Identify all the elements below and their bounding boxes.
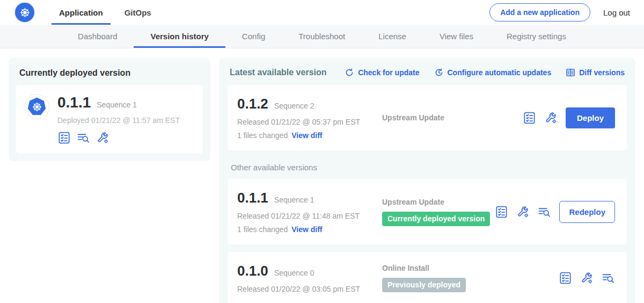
- version-card-0-1-0: 0.1.0 Sequence 0 Released 01/20/22 @ 03:…: [228, 252, 627, 303]
- deployed-version-info: 0.1.1 Sequence 1 Deployed 01/21/22 @ 11:…: [57, 94, 180, 145]
- files-changed-label: 1 files changed: [237, 131, 288, 140]
- version-actions: Check for update Configure automatic upd…: [345, 68, 625, 77]
- tab-version-history[interactable]: Version history: [134, 25, 225, 48]
- files-changed-label: 1 files changed: [237, 225, 288, 234]
- source-label: Upstream Update: [382, 113, 523, 122]
- scheduled-update-icon: [434, 68, 444, 77]
- sequence-label: Sequence 1: [274, 196, 314, 204]
- released-timestamp: Released 01/21/22 @ 05:37 pm EST: [237, 118, 371, 126]
- helm-wheel-icon: [18, 6, 32, 19]
- tab-gitops[interactable]: GitOps: [117, 0, 159, 25]
- latest-version-title: Latest available version: [230, 68, 327, 77]
- currently-deployed-badge: Currently deployed version: [382, 212, 490, 226]
- version-info: 0.1.0 Sequence 0 Released 01/20/22 @ 03:…: [237, 263, 371, 293]
- tab-troubleshoot[interactable]: Troubleshoot: [282, 25, 362, 48]
- version-number: 0.1.2: [237, 96, 268, 112]
- view-diff-link[interactable]: View diff: [291, 131, 322, 140]
- edit-config-icon[interactable]: [96, 131, 109, 145]
- diff-versions-link[interactable]: Diff versions: [566, 68, 625, 77]
- deploy-button[interactable]: Deploy: [566, 107, 615, 128]
- currently-deployed-title: Currently deployed version: [19, 68, 200, 78]
- topnav-right: Add a new application Log out: [489, 3, 630, 21]
- source-label: Online Install: [382, 264, 559, 272]
- version-card-0-1-2: 0.1.2 Sequence 2 Released 01/21/22 @ 05:…: [228, 85, 627, 150]
- redeploy-button[interactable]: Redeploy: [559, 201, 615, 223]
- logout-link[interactable]: Log out: [603, 8, 630, 17]
- top-nav: Application GitOps Add a new application…: [0, 0, 644, 25]
- view-logs-icon[interactable]: [538, 205, 551, 219]
- other-versions-title: Other available versions: [231, 163, 624, 172]
- main-content: Currently deployed version: [0, 48, 644, 303]
- released-timestamp: Released 01/20/22 @ 03:05 pm EST: [237, 285, 371, 293]
- view-logs-icon[interactable]: [602, 271, 615, 285]
- version-card-actions: Deploy: [523, 107, 617, 128]
- sequence-label: Sequence 2: [274, 102, 314, 110]
- version-number: 0.1.0: [237, 263, 268, 279]
- tab-dashboard[interactable]: Dashboard: [61, 25, 134, 48]
- version-card-actions: Redeploy: [495, 201, 617, 223]
- tab-license[interactable]: License: [362, 25, 423, 48]
- previously-deployed-badge: Previously deployed: [382, 278, 466, 292]
- deployed-timestamp: Deployed 01/21/22 @ 11:57 am EST: [57, 116, 180, 125]
- refresh-icon: [345, 68, 354, 77]
- version-history-panel: Latest available version Check for updat…: [219, 58, 635, 303]
- kubernetes-logo[interactable]: [15, 3, 34, 22]
- edit-config-icon[interactable]: [580, 271, 594, 285]
- deployed-version-card: 0.1.1 Sequence 1 Deployed 01/21/22 @ 11:…: [16, 85, 203, 154]
- add-application-button[interactable]: Add a new application: [489, 3, 590, 21]
- configure-automatic-updates-link[interactable]: Configure automatic updates: [434, 68, 552, 77]
- view-diff-link[interactable]: View diff: [291, 225, 322, 234]
- check-for-update-link[interactable]: Check for update: [345, 68, 419, 77]
- sequence-label: Sequence 0: [274, 269, 314, 277]
- view-logs-icon[interactable]: [77, 131, 90, 145]
- preflight-checks-icon[interactable]: [559, 271, 572, 285]
- kubernetes-app-icon: [27, 97, 47, 117]
- version-info: 0.1.2 Sequence 2 Released 01/21/22 @ 05:…: [237, 96, 371, 140]
- version-info: 0.1.1 Sequence 1 Released 01/21/22 @ 11:…: [237, 190, 371, 234]
- version-card-actions: [559, 271, 617, 285]
- deployed-version-number: 0.1.1: [57, 94, 91, 111]
- preflight-checks-icon[interactable]: [495, 205, 508, 219]
- deployed-sequence: Sequence 1: [97, 100, 137, 109]
- version-source: Upstream Update Currently deployed versi…: [371, 198, 495, 226]
- preflight-checks-icon[interactable]: [523, 111, 536, 125]
- tab-view-files[interactable]: View files: [423, 25, 490, 48]
- deployed-actions: [57, 131, 180, 145]
- released-timestamp: Released 01/21/22 @ 11:48 am EST: [237, 212, 371, 220]
- edit-config-icon[interactable]: [544, 111, 558, 125]
- version-card-0-1-1: 0.1.1 Sequence 1 Released 01/21/22 @ 11:…: [228, 179, 627, 244]
- app-tabs: Application GitOps: [52, 0, 165, 25]
- edit-config-icon[interactable]: [516, 205, 530, 219]
- version-source: Upstream Update: [371, 113, 523, 122]
- tab-config[interactable]: Config: [225, 25, 282, 48]
- version-number: 0.1.1: [237, 190, 268, 206]
- files-changed-row: 1 files changedView diff: [237, 225, 371, 234]
- files-changed-row: 1 files changedView diff: [237, 131, 371, 140]
- latest-version-header: Latest available version Check for updat…: [230, 68, 625, 77]
- preflight-checks-icon[interactable]: [57, 131, 71, 145]
- source-label: Upstream Update: [382, 198, 495, 206]
- diff-icon: [566, 68, 575, 77]
- app-icon-ring: [24, 94, 49, 119]
- tab-application[interactable]: Application: [52, 0, 111, 25]
- currently-deployed-panel: Currently deployed version: [9, 58, 210, 161]
- version-source: Online Install Previously deployed: [371, 264, 559, 292]
- section-nav: Dashboard Version history Config Trouble…: [0, 25, 644, 48]
- tab-registry-settings[interactable]: Registry settings: [490, 25, 583, 48]
